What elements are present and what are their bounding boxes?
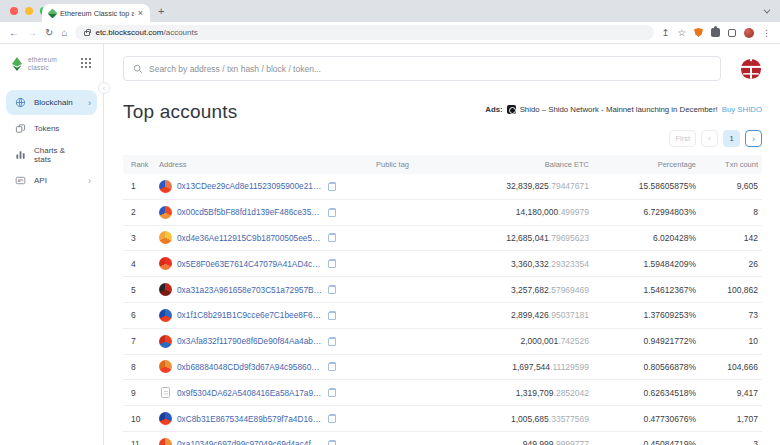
balance-decimals: .499979: [558, 207, 589, 217]
logo-text: ethereum classic: [28, 56, 76, 71]
bookmark-star-icon[interactable]: ☆: [677, 28, 686, 38]
home-button[interactable]: ⌂: [61, 28, 67, 38]
address-cell: 0xb68884048CDd9f3d67A94c958606...79CA: [155, 360, 340, 373]
search-input[interactable]: [149, 64, 711, 74]
sidebar-collapse-button[interactable]: ‹: [98, 82, 110, 94]
pagination: First ‹ 1 ›: [123, 130, 762, 147]
percentage-cell: 6.020428%: [593, 233, 700, 243]
table-row: 80xb68884048CDd9f3d67A94c958606...79CA1,…: [123, 355, 762, 381]
browser-tab[interactable]: Ethereum Classic top account ×: [42, 4, 150, 22]
main-content: Top accounts Ads: Shido – Shido Network …: [104, 44, 780, 445]
rank-cell: 6: [123, 310, 155, 320]
window-close-button[interactable]: [10, 7, 18, 15]
copy-icon[interactable]: [328, 233, 336, 242]
browser-profile-avatar[interactable]: [744, 28, 754, 38]
forward-button[interactable]: →: [27, 28, 37, 38]
table-row: 30xd4e36Ae112915C9b18700505ee589...5D4d1…: [123, 226, 762, 252]
sidebar-menu: Blockchain › Tokens Charts & stats API: [0, 90, 103, 193]
balance-decimals: .11129599: [550, 362, 589, 372]
address-bar[interactable]: etc.blockscout.com/accounts: [75, 25, 653, 40]
balance-integer: 12,685,041: [506, 233, 549, 243]
address-link[interactable]: 0x13CDee29cAd8e11523095900e2195...02Ad: [177, 181, 323, 191]
rank-cell: 3: [123, 233, 155, 243]
metamask-extension-icon[interactable]: [694, 28, 703, 37]
balance-cell: 2,000,001.742526: [445, 336, 593, 346]
table-row: 100xC8b31E8675344E89b579f7a4D1653a...411…: [123, 406, 762, 432]
balance-decimals: .2852042: [554, 388, 589, 398]
chevron-right-icon: ›: [88, 176, 91, 186]
address-link[interactable]: 0x3Afa832f11790e8f6De90f84Aa4ab5...0f58: [177, 336, 323, 346]
side-panel-icon[interactable]: [728, 29, 736, 37]
back-button[interactable]: ←: [9, 28, 19, 38]
ad-link[interactable]: Buy SHIDO: [722, 105, 762, 114]
ads-label: Ads:: [485, 105, 502, 114]
tab-favicon-icon: [48, 8, 58, 18]
table-row: 40x5E8F0e63E7614C47079A41AD4c37...Df5A3,…: [123, 251, 762, 277]
address-link[interactable]: 0xa10349c697d99c97049c69d4ac4f9...9186: [177, 439, 323, 445]
copy-icon[interactable]: [328, 208, 336, 217]
sidebar-item-label: Tokens: [34, 124, 83, 133]
balance-cell: 949,999.9999777: [445, 439, 593, 445]
copy-icon[interactable]: [328, 440, 336, 445]
address-link[interactable]: 0xd4e36Ae112915C9b18700505ee589...5D4d: [177, 233, 323, 243]
balance-decimals: .95037181: [549, 310, 589, 320]
txn-count-cell: 9,605: [700, 181, 762, 191]
copy-icon[interactable]: [328, 414, 336, 423]
address-link[interactable]: 0x00cd5Bf5bF88fd1d139eF486ce35B8...DE91: [177, 207, 323, 217]
tab-close-icon[interactable]: ×: [138, 9, 143, 18]
copy-icon[interactable]: [328, 337, 336, 346]
balance-integer: 2,899,426: [511, 310, 549, 320]
percentage-cell: 15.58605875%: [593, 181, 700, 191]
sidebar-item-charts-stats[interactable]: Charts & stats: [6, 142, 97, 167]
copy-icon[interactable]: [328, 259, 336, 268]
percentage-cell: 1.59484209%: [593, 259, 700, 269]
sidebar-item-api[interactable]: API API ›: [6, 168, 97, 193]
address-link[interactable]: 0x9f5304DA62A5408416Ea58A17a926...5ce3: [177, 388, 323, 398]
address-identicon: [159, 231, 172, 244]
copy-icon[interactable]: [328, 182, 336, 191]
percentage-cell: 6.72994803%: [593, 207, 700, 217]
chevron-down-icon[interactable]: [764, 7, 771, 14]
tokens-icon: [15, 123, 26, 134]
apps-grid-icon[interactable]: [81, 58, 92, 69]
address-identicon: [159, 257, 172, 270]
copy-icon[interactable]: [328, 362, 336, 371]
address-link[interactable]: 0xC8b31E8675344E89b579f7a4D1653a...4112: [177, 414, 323, 424]
pagination-first-button[interactable]: First: [669, 130, 696, 147]
logo-line-2: classic: [28, 64, 76, 72]
percentage-cell: 1.54612367%: [593, 285, 700, 295]
reload-button[interactable]: ↻: [45, 28, 53, 38]
url-text[interactable]: etc.blockscout.com/accounts: [95, 28, 197, 37]
window-minimize-button[interactable]: [25, 7, 33, 15]
address-link[interactable]: 0x5E8F0e63E7614C47079A41AD4c37...Df5A: [177, 259, 323, 269]
header-address: Address: [155, 160, 340, 169]
pagination-prev-button[interactable]: ‹: [701, 130, 718, 147]
extensions-puzzle-icon[interactable]: [711, 28, 720, 37]
address-identicon: [159, 360, 172, 373]
copy-icon[interactable]: [328, 311, 336, 320]
ad-banner: Ads: Shido – Shido Network - Mainnet lau…: [485, 105, 762, 114]
sidebar-item-blockchain[interactable]: Blockchain ›: [6, 90, 97, 115]
search-icon: [133, 64, 143, 74]
new-tab-button[interactable]: +: [158, 5, 164, 17]
share-icon[interactable]: ↥: [662, 28, 670, 38]
pagination-next-button[interactable]: ›: [745, 130, 762, 147]
address-identicon: [159, 335, 172, 348]
copy-icon[interactable]: [328, 285, 336, 294]
rank-cell: 9: [123, 388, 155, 398]
balance-integer: 14,180,000: [516, 207, 559, 217]
address-link[interactable]: 0xa31a23A961658e703C51a72957B6b...Bd53: [177, 285, 323, 295]
table-row: 20x00cd5Bf5bF88fd1d139eF486ce35B8...DE91…: [123, 200, 762, 226]
address-link[interactable]: 0xb68884048CDd9f3d67A94c958606...79CA: [177, 362, 323, 372]
sidebar-item-tokens[interactable]: Tokens: [6, 116, 97, 141]
txn-count-cell: 9,417: [700, 388, 762, 398]
lock-icon[interactable]: [84, 31, 90, 36]
address-link[interactable]: 0x1f1C8b291B1C9cce6e7C1bee8F660f...5B94: [177, 310, 323, 320]
sidebar-item-label: Charts & stats: [34, 146, 83, 164]
address-identicon: [159, 180, 172, 193]
search-box[interactable]: [123, 56, 721, 81]
copy-icon[interactable]: [328, 388, 336, 397]
ethereum-classic-logo-icon[interactable]: [11, 57, 23, 71]
browser-menu-icon[interactable]: ⋮: [762, 28, 771, 38]
sidebar: ethereum classic Blockchain › Tokens: [0, 44, 104, 445]
